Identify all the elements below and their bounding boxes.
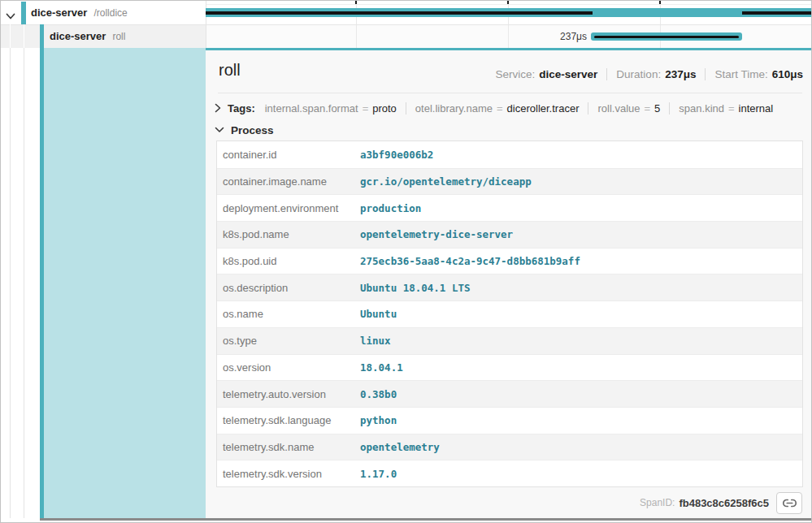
- table-row: k8s.pod.nameopentelemetry-dice-server: [217, 221, 802, 248]
- row-value: opentelemetry-dice-server: [360, 228, 513, 240]
- operation-name: /rolldice: [93, 7, 127, 19]
- span-bar-black-segment: [742, 11, 812, 15]
- row-key: container.image.name: [217, 175, 360, 188]
- tag-equals: =: [497, 102, 503, 115]
- selected-span-left-fill: [44, 48, 206, 518]
- row-key: container.id: [217, 149, 360, 161]
- service-name: dice-server: [50, 30, 106, 42]
- header-separator: [606, 68, 607, 80]
- tag-equals: =: [363, 102, 369, 115]
- chevron-right-icon: [215, 103, 221, 113]
- tag-value: internal: [739, 102, 774, 115]
- service-label: Service:: [496, 68, 536, 80]
- tag-equals: =: [728, 102, 735, 115]
- span-link-button[interactable]: [776, 492, 802, 514]
- span-header-info: Service: dice-server Duration: 237μs Sta…: [407, 68, 803, 80]
- header-divider: [218, 93, 802, 93]
- duration-value: 237μs: [665, 68, 696, 80]
- collapse-chevron-down-icon[interactable]: [6, 9, 15, 16]
- row-key: telemetry.sdk.version: [217, 468, 360, 480]
- service-value: dice-server: [539, 68, 597, 80]
- tag-key: otel.library.name: [415, 102, 493, 115]
- tag-separator: [588, 102, 588, 115]
- table-row: os.typelinux: [217, 327, 802, 354]
- tag-value: 5: [654, 102, 660, 115]
- span-color-stripe: [40, 48, 44, 518]
- operation-name: roll: [112, 31, 125, 42]
- table-row: os.version18.04.1: [217, 354, 802, 381]
- row-value: 1.17.0: [360, 468, 397, 480]
- duration-label: Duration:: [616, 68, 661, 80]
- detail-row-bottom-edge: [40, 518, 812, 521]
- row-key: deployment.environment: [217, 202, 360, 214]
- row-value: Ubuntu: [360, 308, 397, 320]
- row-key: telemetry.sdk.language: [217, 414, 360, 426]
- indent-guide: [10, 24, 11, 48]
- table-row: k8s.pod.uid275ecb36-5aa8-4c2a-9c47-d8bb6…: [217, 248, 802, 274]
- tags-label: Tags:: [228, 102, 255, 115]
- deep-link-icon: [783, 499, 797, 508]
- table-row: deployment.environmentproduction: [217, 194, 802, 221]
- row-value: gcr.io/opentelemetry/diceapp: [360, 175, 532, 188]
- span-id-value: fb483c8c6258f6c5: [679, 497, 769, 509]
- table-row: telemetry.sdk.version1.17.0: [217, 460, 802, 486]
- row-value: 18.04.1: [360, 361, 403, 374]
- process-table: container.ida3bf90e006b2 container.image…: [216, 140, 803, 487]
- span-operation-title: roll: [219, 61, 241, 80]
- tag-value: diceroller.tracer: [507, 102, 580, 115]
- table-row: telemetry.auto.version0.38b0: [217, 380, 802, 407]
- row-value: python: [360, 414, 397, 426]
- ruler-baseline: [206, 4, 812, 5]
- service-name: dice-server: [31, 6, 87, 19]
- header-separator: [705, 68, 706, 80]
- chevron-down-icon: [215, 127, 224, 133]
- start-time-value: 610μs: [772, 68, 803, 80]
- row-key: os.description: [217, 282, 360, 294]
- tags-accordion[interactable]: Tags: internal.span.format = proto otel.…: [215, 97, 773, 119]
- row-value: Ubuntu 18.04.1 LTS: [360, 282, 470, 294]
- row-key: k8s.pod.uid: [217, 255, 360, 267]
- row-key: telemetry.auto.version: [217, 388, 360, 400]
- jaeger-trace-view: dice-server/rolldice dice-serverroll 237…: [0, 0, 812, 523]
- table-row: container.image.namegcr.io/opentelemetry…: [217, 168, 802, 195]
- row-value: opentelemetry: [360, 441, 440, 453]
- span-color-stripe: [40, 24, 44, 48]
- tag-key: span.kind: [679, 102, 724, 115]
- row-key: telemetry.sdk.name: [217, 441, 360, 453]
- row-key: k8s.pod.name: [217, 228, 360, 240]
- span-color-stripe: [21, 2, 26, 24]
- row-separator: [1, 24, 812, 25]
- row-key: os.type: [217, 335, 360, 347]
- table-row: telemetry.sdk.languagepython: [217, 407, 802, 434]
- span-id-label: SpanID:: [640, 497, 675, 508]
- row-value: linux: [360, 335, 391, 347]
- tree-row-roll[interactable]: dice-serverroll: [50, 30, 125, 42]
- tree-row-rolldice[interactable]: dice-server/rolldice: [31, 6, 128, 19]
- indent-guide: [24, 48, 24, 518]
- indent-guide: [10, 48, 11, 518]
- span-duration-label: 237μs: [506, 31, 587, 42]
- tag-separator: [669, 102, 670, 115]
- table-row: os.descriptionUbuntu 18.04.1 LTS: [217, 274, 802, 300]
- span-bar-black-segment: [206, 11, 593, 15]
- row-value: a3bf90e006b2: [360, 149, 433, 161]
- tag-key: roll.value: [597, 102, 640, 115]
- process-accordion[interactable]: Process: [215, 121, 274, 139]
- row-key: os.version: [217, 361, 360, 374]
- table-row: container.ida3bf90e006b2: [217, 141, 802, 168]
- tag-separator: [406, 102, 406, 115]
- table-row: telemetry.sdk.nameopentelemetry: [217, 434, 802, 460]
- row-value: production: [360, 202, 421, 214]
- process-label: Process: [231, 124, 274, 136]
- tag-key: internal.span.format: [265, 102, 358, 115]
- start-time-label: Start Time:: [714, 68, 767, 80]
- tag-value: proto: [372, 102, 397, 115]
- table-row: os.nameUbuntu: [217, 300, 802, 327]
- row-value: 0.38b0: [360, 388, 397, 400]
- row-key: os.name: [217, 308, 360, 320]
- span-bar-black-segment: [594, 36, 739, 39]
- indent-guide: [24, 24, 24, 48]
- span-detail-footer: SpanID: fb483c8c6258f6c5: [206, 487, 812, 518]
- row-value: 275ecb36-5aa8-4c2a-9c47-d8bb681b9aff: [360, 255, 580, 267]
- tag-equals: =: [645, 102, 651, 115]
